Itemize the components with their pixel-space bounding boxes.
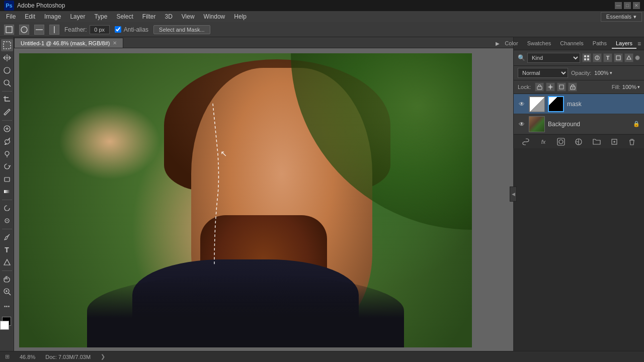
- svg-rect-11: [5, 177, 10, 182]
- marquee-tool[interactable]: [1, 39, 13, 51]
- adjustment-filter-btn[interactable]: [593, 53, 602, 62]
- gradient-tool[interactable]: [1, 186, 13, 198]
- new-layer-btn[interactable]: [609, 137, 619, 147]
- menu-image[interactable]: Image: [40, 12, 65, 21]
- layer-bg-visibility[interactable]: 👁: [518, 120, 526, 128]
- menu-view[interactable]: View: [178, 12, 199, 21]
- opacity-value[interactable]: 100% ▾: [594, 70, 612, 76]
- background-color[interactable]: [0, 321, 9, 330]
- panel-collapse-btn[interactable]: ◀: [510, 187, 517, 202]
- titlebar-left: Ps Adobe Photoshop: [4, 1, 65, 11]
- menubar: File Edit Image Layer Type Select Filter…: [0, 11, 644, 22]
- hand-tool[interactable]: [1, 273, 13, 285]
- filter-toggle-dot[interactable]: [635, 55, 640, 60]
- zoom-tool[interactable]: [1, 286, 13, 298]
- add-mask-btn[interactable]: [556, 137, 566, 147]
- menu-help[interactable]: Help: [230, 12, 251, 21]
- blur-tool[interactable]: [1, 202, 13, 214]
- lock-position-btn[interactable]: [546, 82, 555, 92]
- dodge-tool[interactable]: [1, 215, 13, 227]
- quick-select-tool[interactable]: [1, 77, 13, 89]
- menu-type[interactable]: Type: [90, 12, 111, 21]
- document-tab[interactable]: Untitled-1 @ 46.8% (mask, RGB/8#) ✕: [14, 38, 123, 48]
- smart-filter-btn[interactable]: [624, 53, 633, 62]
- lock-pixels-btn[interactable]: [535, 82, 544, 92]
- ellip-select-btn[interactable]: [19, 25, 29, 35]
- ps-logo: Ps: [4, 1, 14, 11]
- layer-mask-visibility[interactable]: 👁: [518, 100, 526, 108]
- text-tool[interactable]: T: [1, 244, 13, 256]
- rect-select-btn[interactable]: [4, 25, 14, 35]
- svg-rect-23: [584, 58, 586, 60]
- anti-alias-checkbox[interactable]: [115, 26, 121, 33]
- single-col-btn[interactable]: [49, 25, 59, 35]
- close-button[interactable]: ✕: [633, 2, 640, 9]
- pixel-filter-btn[interactable]: [582, 53, 591, 62]
- lock-all-btn[interactable]: [568, 82, 577, 92]
- main-layout: T ••• Untitled-1 @ 46.8% (mask, RGB/8#) …: [0, 37, 644, 351]
- fill-value[interactable]: 100% ▾: [622, 84, 640, 90]
- canvas-area: Untitled-1 @ 46.8% (mask, RGB/8#) ✕: [14, 37, 513, 351]
- link-layers-btn[interactable]: [521, 137, 531, 147]
- tab-paths[interactable]: Paths: [589, 39, 611, 49]
- move-tool[interactable]: [1, 52, 13, 64]
- new-group-btn[interactable]: [592, 137, 602, 147]
- workspace-dropdown-icon: ▾: [633, 14, 636, 20]
- clone-tool[interactable]: [1, 148, 13, 160]
- crop-tool[interactable]: [1, 94, 13, 106]
- menu-edit[interactable]: Edit: [21, 12, 39, 21]
- color-swatches[interactable]: [0, 317, 14, 331]
- blend-mode-select[interactable]: Normal: [518, 68, 568, 78]
- more-tools[interactable]: •••: [1, 300, 13, 312]
- shirt-overlay: [87, 274, 404, 347]
- select-mask-button[interactable]: Select and Mask...: [153, 25, 210, 34]
- tab-channels[interactable]: Channels: [556, 39, 587, 49]
- brush-tool[interactable]: [1, 135, 13, 147]
- history-brush-tool[interactable]: [1, 160, 13, 172]
- layer-background[interactable]: 👁 Background 🔒: [514, 114, 644, 134]
- menu-3d[interactable]: 3D: [160, 12, 176, 21]
- status-expand-arrow[interactable]: ❯: [101, 353, 105, 360]
- maximize-button[interactable]: □: [624, 2, 631, 9]
- minimize-button[interactable]: —: [615, 2, 622, 9]
- toolbar-divider-5: [2, 270, 12, 271]
- fx-btn[interactable]: fx: [538, 137, 548, 147]
- pen-tool[interactable]: [1, 231, 13, 243]
- single-row-btn[interactable]: [34, 25, 44, 35]
- panel-menu-icon[interactable]: ≡: [637, 40, 641, 48]
- tab-close-btn[interactable]: ✕: [113, 40, 117, 46]
- panel-play-button[interactable]: ▶: [496, 40, 500, 48]
- toolbar-divider-3: [2, 200, 12, 200]
- titlebar-controls[interactable]: — □ ✕: [615, 2, 640, 9]
- menu-filter[interactable]: Filter: [138, 12, 160, 21]
- feather-input[interactable]: [90, 25, 110, 34]
- layer-mask-channel-thumb: [548, 96, 564, 112]
- svg-line-17: [9, 293, 11, 295]
- eyedropper-tool[interactable]: [1, 106, 13, 118]
- eraser-tool[interactable]: [1, 173, 13, 185]
- lock-artboard-btn[interactable]: [557, 82, 566, 92]
- menu-select[interactable]: Select: [112, 12, 137, 21]
- tab-swatches[interactable]: Swatches: [523, 39, 555, 49]
- workspace-button[interactable]: Essentials ▾: [601, 12, 642, 22]
- svg-rect-35: [557, 138, 565, 145]
- menu-file[interactable]: File: [2, 12, 20, 21]
- menu-window[interactable]: Window: [200, 12, 229, 21]
- menu-layer[interactable]: Layer: [66, 12, 89, 21]
- type-filter-btn[interactable]: T: [603, 53, 612, 62]
- new-fill-adj-btn[interactable]: [574, 137, 584, 147]
- svg-rect-24: [587, 58, 589, 60]
- layer-mask[interactable]: 👁 mask: [514, 94, 644, 114]
- tab-layers[interactable]: Layers: [612, 39, 636, 49]
- shape-filter-btn[interactable]: [614, 53, 623, 62]
- shape-tool[interactable]: [1, 256, 13, 268]
- mask-thumb-content: [529, 97, 545, 112]
- heal-tool[interactable]: [1, 123, 13, 135]
- kind-select[interactable]: Kind: [527, 53, 580, 63]
- svg-marker-15: [4, 259, 10, 265]
- layers-panel: 🔍 Kind T: [514, 50, 644, 148]
- lasso-tool[interactable]: [1, 64, 13, 76]
- delete-layer-btn[interactable]: [627, 137, 637, 147]
- tab-color[interactable]: Color: [501, 39, 522, 49]
- canvas-container[interactable]: ↖: [14, 48, 513, 351]
